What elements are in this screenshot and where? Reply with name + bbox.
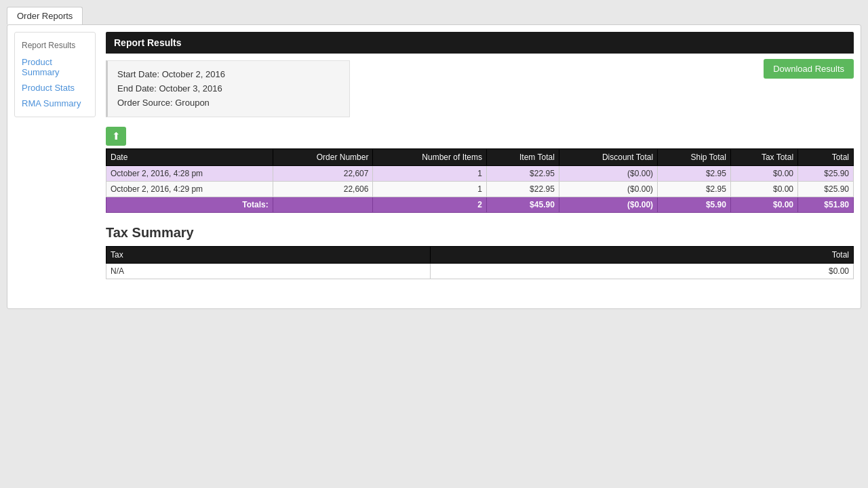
cell-discount-total: ($0.00) (559, 182, 657, 197)
sidebar-item-rma-summary[interactable]: RMA Summary (15, 96, 95, 111)
filter-box: Start Date: October 2, 2016 End Date: Oc… (106, 60, 350, 117)
top-tabs: Order Reports (7, 7, 861, 24)
totals-row: Totals: 2 $45.90 ($0.00) $5.90 $0.00 $51… (106, 197, 854, 213)
cell-order-number: 22,607 (273, 166, 373, 182)
col-tax-total: Tax Total (730, 149, 797, 166)
report-header: Report Results (106, 32, 854, 54)
content-area: Report Results Start Date: October 2, 20… (96, 32, 854, 302)
orders-table: Date Order Number Number of Items Item T… (106, 148, 854, 213)
tax-table-row: N/A $0.00 (106, 264, 854, 279)
filter-end-date: End Date: October 3, 2016 (117, 82, 340, 96)
tax-cell-total: $0.00 (431, 264, 854, 279)
tax-table: Tax Total N/A $0.00 (106, 246, 854, 279)
tax-cell-tax: N/A (106, 264, 431, 279)
page-wrapper: Order Reports Report Results Product Sum… (0, 0, 868, 316)
table-header-row: Date Order Number Number of Items Item T… (106, 149, 854, 166)
sidebar-item-product-summary[interactable]: Product Summary (15, 54, 95, 80)
cell-date: October 2, 2016, 4:29 pm (106, 182, 273, 197)
totals-item-total: $45.90 (487, 197, 559, 213)
tax-header-row: Tax Total (106, 247, 854, 264)
cell-tax-total: $0.00 (730, 166, 797, 182)
col-date: Date (106, 149, 273, 166)
sidebar-item-product-stats[interactable]: Product Stats (15, 80, 95, 96)
totals-total: $51.80 (798, 197, 854, 213)
cell-ship-total: $2.95 (658, 182, 731, 197)
filter-order-source: Order Source: Groupon (117, 96, 340, 110)
col-item-total: Item Total (487, 149, 559, 166)
col-num-items: Number of Items (373, 149, 487, 166)
table-row: October 2, 2016, 4:28 pm 22,607 1 $22.95… (106, 166, 854, 182)
cell-tax-total: $0.00 (730, 182, 797, 197)
totals-tax-total: $0.00 (730, 197, 797, 213)
cell-total: $25.90 (798, 182, 854, 197)
export-icon: ⬆ (112, 130, 121, 142)
col-discount-total: Discount Total (559, 149, 657, 166)
main-card: Report Results Product Summary Product S… (7, 24, 861, 309)
tax-summary-title: Tax Summary (106, 225, 854, 241)
cell-total: $25.90 (798, 166, 854, 182)
cell-date: October 2, 2016, 4:28 pm (106, 166, 273, 182)
totals-num-items: 2 (373, 197, 487, 213)
filter-start-date: Start Date: October 2, 2016 (117, 68, 340, 82)
col-total: Total (798, 149, 854, 166)
table-row: October 2, 2016, 4:29 pm 22,606 1 $22.95… (106, 182, 854, 197)
cell-ship-total: $2.95 (658, 166, 731, 182)
export-button[interactable]: ⬆ (106, 127, 126, 146)
cell-order-number: 22,606 (273, 182, 373, 197)
tab-order-reports[interactable]: Order Reports (7, 7, 83, 24)
download-btn-wrapper: Download Results (764, 59, 854, 79)
cell-item-total: $22.95 (487, 182, 559, 197)
col-order-number: Order Number (273, 149, 373, 166)
totals-ship-total: $5.90 (658, 197, 731, 213)
sidebar: Report Results Product Summary Product S… (14, 32, 96, 117)
cell-discount-total: ($0.00) (559, 166, 657, 182)
sidebar-title: Report Results (15, 38, 95, 54)
cell-num-items: 1 (373, 182, 487, 197)
col-ship-total: Ship Total (658, 149, 731, 166)
tax-col-tax: Tax (106, 247, 431, 264)
top-section: Start Date: October 2, 2016 End Date: Oc… (106, 54, 854, 124)
download-results-button[interactable]: Download Results (764, 59, 854, 79)
totals-order-number (273, 197, 373, 213)
tax-col-total: Total (431, 247, 854, 264)
totals-label: Totals: (106, 197, 273, 213)
totals-discount-total: ($0.00) (559, 197, 657, 213)
cell-item-total: $22.95 (487, 166, 559, 182)
cell-num-items: 1 (373, 166, 487, 182)
